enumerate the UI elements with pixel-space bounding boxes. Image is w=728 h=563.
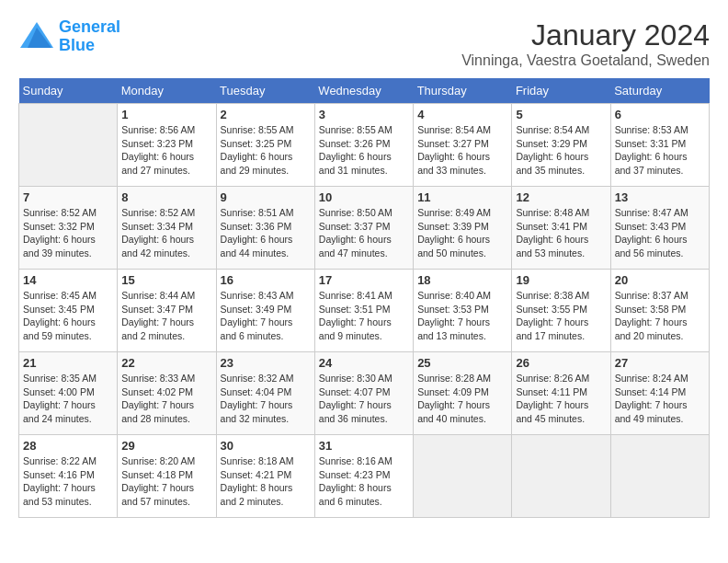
daylight-text: Daylight: 7 hours and 17 minutes. [516,316,606,342]
day-cell: 9 Sunrise: 8:51 AM Sunset: 3:36 PM Dayli… [216,187,314,270]
daylight-text: Daylight: 6 hours and 33 minutes. [417,150,507,177]
day-cell: 13 Sunrise: 8:47 AM Sunset: 3:43 PM Dayl… [610,187,709,270]
day-cell: 18 Sunrise: 8:40 AM Sunset: 3:53 PM Dayl… [414,270,512,352]
col-thursday: Thursday [414,78,512,104]
day-info: Sunrise: 8:37 AM Sunset: 3:58 PM Dayligh… [615,289,705,343]
day-cell: 15 Sunrise: 8:44 AM Sunset: 3:47 PM Dayl… [118,270,216,352]
daylight-text: Daylight: 6 hours and 42 minutes. [121,233,211,259]
sunrise-text: Sunrise: 8:52 AM [121,206,211,220]
day-number: 12 [516,190,606,204]
daylight-text: Daylight: 6 hours and 29 minutes. [221,150,311,177]
daylight-text: Daylight: 8 hours and 6 minutes. [319,481,409,508]
day-cell: 21 Sunrise: 8:35 AM Sunset: 4:00 PM Dayl… [19,352,118,435]
day-info: Sunrise: 8:20 AM Sunset: 4:18 PM Dayligh… [121,454,211,509]
sunset-text: Sunset: 3:29 PM [516,137,606,151]
day-cell: 3 Sunrise: 8:55 AM Sunset: 3:26 PM Dayli… [314,104,413,187]
day-cell: 1 Sunrise: 8:56 AM Sunset: 3:23 PM Dayli… [118,104,216,187]
day-number: 22 [121,356,211,370]
daylight-text: Daylight: 7 hours and 13 minutes. [417,316,507,342]
day-info: Sunrise: 8:41 AM Sunset: 3:51 PM Dayligh… [319,289,409,343]
sunset-text: Sunset: 4:02 PM [121,385,211,399]
sunset-text: Sunset: 3:39 PM [417,220,507,234]
day-info: Sunrise: 8:35 AM Sunset: 4:00 PM Dayligh… [23,372,113,426]
day-number: 1 [121,108,211,121]
day-cell: 2 Sunrise: 8:55 AM Sunset: 3:25 PM Dayli… [216,104,314,187]
sunrise-text: Sunrise: 8:50 AM [319,206,409,220]
month-title: January 2024 [461,18,710,52]
daylight-text: Daylight: 7 hours and 20 minutes. [615,316,705,342]
week-row-2: 7 Sunrise: 8:52 AM Sunset: 3:32 PM Dayli… [19,187,710,270]
sunset-text: Sunset: 3:31 PM [615,137,705,151]
daylight-text: Daylight: 6 hours and 27 minutes. [121,150,211,177]
daylight-text: Daylight: 6 hours and 31 minutes. [319,150,409,177]
day-cell [19,104,118,187]
week-row-4: 21 Sunrise: 8:35 AM Sunset: 4:00 PM Dayl… [19,352,710,435]
daylight-text: Daylight: 7 hours and 32 minutes. [221,398,311,425]
daylight-text: Daylight: 6 hours and 39 minutes. [23,233,113,259]
day-info: Sunrise: 8:47 AM Sunset: 3:43 PM Dayligh… [615,206,705,260]
day-info: Sunrise: 8:30 AM Sunset: 4:07 PM Dayligh… [319,372,409,426]
sunrise-text: Sunrise: 8:47 AM [615,206,705,220]
sunset-text: Sunset: 4:07 PM [319,385,409,399]
sunset-text: Sunset: 4:14 PM [615,385,705,399]
sunrise-text: Sunrise: 8:37 AM [615,289,705,303]
col-monday: Monday [118,78,216,104]
day-info: Sunrise: 8:48 AM Sunset: 3:41 PM Dayligh… [516,206,606,260]
sunrise-text: Sunrise: 8:40 AM [417,289,507,303]
logo-line1: General [59,17,120,36]
sunrise-text: Sunrise: 8:18 AM [221,454,311,468]
sunrise-text: Sunrise: 8:53 AM [615,123,705,137]
day-cell [414,435,512,518]
day-number: 21 [23,356,113,370]
sunset-text: Sunset: 4:11 PM [516,385,606,399]
day-info: Sunrise: 8:51 AM Sunset: 3:36 PM Dayligh… [221,206,311,260]
sunrise-text: Sunrise: 8:33 AM [121,372,211,385]
day-cell: 19 Sunrise: 8:38 AM Sunset: 3:55 PM Dayl… [512,270,610,352]
calendar-header: Sunday Monday Tuesday Wednesday Thursday… [19,78,710,104]
sunset-text: Sunset: 3:58 PM [615,303,705,316]
day-info: Sunrise: 8:53 AM Sunset: 3:31 PM Dayligh… [615,123,705,178]
day-cell: 6 Sunrise: 8:53 AM Sunset: 3:31 PM Dayli… [610,104,709,187]
col-tuesday: Tuesday [216,78,314,104]
daylight-text: Daylight: 7 hours and 36 minutes. [319,398,409,425]
sunset-text: Sunset: 3:36 PM [221,220,311,234]
sunrise-text: Sunrise: 8:20 AM [121,454,211,468]
day-cell: 26 Sunrise: 8:26 AM Sunset: 4:11 PM Dayl… [512,352,610,435]
day-number: 6 [615,108,705,121]
day-number: 29 [121,439,211,453]
page-header: General Blue January 2024 Vinninga, Vaes… [18,18,710,69]
sunset-text: Sunset: 4:18 PM [121,468,211,482]
logo-line2: Blue [59,36,95,54]
col-friday: Friday [512,78,610,104]
sunset-text: Sunset: 3:43 PM [615,220,705,234]
sunset-text: Sunset: 4:04 PM [221,385,311,399]
day-info: Sunrise: 8:55 AM Sunset: 3:25 PM Dayligh… [221,123,311,178]
day-number: 20 [615,273,705,287]
day-cell: 14 Sunrise: 8:45 AM Sunset: 3:45 PM Dayl… [19,270,118,352]
week-row-5: 28 Sunrise: 8:22 AM Sunset: 4:16 PM Dayl… [19,435,710,518]
day-info: Sunrise: 8:50 AM Sunset: 3:37 PM Dayligh… [319,206,409,260]
logo-icon [18,20,55,52]
sunset-text: Sunset: 4:23 PM [319,468,409,482]
col-sunday: Sunday [19,78,118,104]
day-cell: 27 Sunrise: 8:24 AM Sunset: 4:14 PM Dayl… [610,352,709,435]
sunset-text: Sunset: 3:27 PM [417,137,507,151]
day-number: 13 [615,190,705,204]
day-number: 19 [516,273,606,287]
day-cell: 25 Sunrise: 8:28 AM Sunset: 4:09 PM Dayl… [414,352,512,435]
day-number: 17 [319,273,409,287]
day-cell: 22 Sunrise: 8:33 AM Sunset: 4:02 PM Dayl… [118,352,216,435]
sunset-text: Sunset: 3:55 PM [516,303,606,316]
sunrise-text: Sunrise: 8:32 AM [221,372,311,385]
day-number: 11 [417,190,507,204]
sunset-text: Sunset: 3:51 PM [319,303,409,316]
daylight-text: Daylight: 6 hours and 47 minutes. [319,233,409,259]
day-info: Sunrise: 8:56 AM Sunset: 3:23 PM Dayligh… [121,123,211,178]
calendar-body: 1 Sunrise: 8:56 AM Sunset: 3:23 PM Dayli… [19,104,710,518]
day-info: Sunrise: 8:38 AM Sunset: 3:55 PM Dayligh… [516,289,606,343]
day-info: Sunrise: 8:16 AM Sunset: 4:23 PM Dayligh… [319,454,409,509]
day-info: Sunrise: 8:43 AM Sunset: 3:49 PM Dayligh… [221,289,311,343]
day-number: 4 [417,108,507,121]
day-info: Sunrise: 8:45 AM Sunset: 3:45 PM Dayligh… [23,289,113,343]
day-number: 27 [615,356,705,370]
